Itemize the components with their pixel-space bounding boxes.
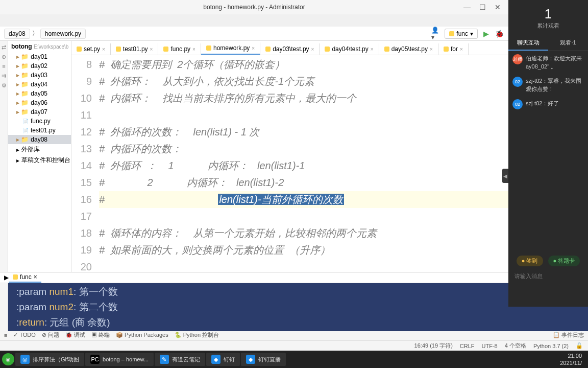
encoding[interactable]: UTF-8 bbox=[482, 343, 498, 349]
maximize-button[interactable]: ☐ bbox=[475, 3, 490, 11]
window-title: botong - homework.py - Administrator bbox=[0, 4, 508, 11]
tree-item-[interactable]: ▸外部库 bbox=[8, 144, 71, 155]
tree-item-day01[interactable]: ▸ 📁day01 bbox=[8, 52, 71, 61]
collapse-icon[interactable]: ⇄ bbox=[2, 44, 6, 51]
panel-collapse-icon[interactable]: ◀ bbox=[502, 169, 508, 183]
tree-label: day04 bbox=[31, 81, 47, 88]
editor-tab[interactable]: homework.py× bbox=[201, 42, 260, 55]
system-clock[interactable]: 21:002021/11/ bbox=[556, 352, 586, 366]
editor-tab[interactable]: for× bbox=[438, 43, 469, 55]
close-icon[interactable]: × bbox=[311, 47, 314, 52]
folder-icon: ▸ 📁 bbox=[16, 72, 29, 79]
gear-icon[interactable]: ⚙ bbox=[2, 82, 7, 89]
avatar: 老师 bbox=[512, 54, 523, 64]
tree-item-day02[interactable]: ▸ 📁day02 bbox=[8, 61, 71, 71]
indent[interactable]: 4 个空格 bbox=[505, 342, 526, 350]
editor-tab[interactable]: set.py× bbox=[71, 43, 111, 55]
status-bar: 16:49 (19 字符) CRLF UTF-8 4 个空格 Python 3.… bbox=[0, 340, 588, 351]
add-icon[interactable]: ⊕ bbox=[2, 54, 6, 60]
tree-item-day04[interactable]: ▸ 📁day04 bbox=[8, 80, 71, 89]
folder-icon: ▸ 📁 bbox=[16, 81, 29, 88]
python-icon bbox=[77, 47, 82, 52]
chat-message: 02szj-t02：覃睿，我来围观你点赞！ bbox=[508, 74, 588, 96]
close-button[interactable]: ✕ bbox=[490, 3, 505, 11]
taskbar-item[interactable]: ◎排序算法（Gif动图 bbox=[15, 353, 84, 366]
close-icon[interactable]: × bbox=[150, 47, 153, 52]
close-icon[interactable]: × bbox=[252, 45, 255, 51]
editor-tab[interactable]: day03\test.py× bbox=[260, 43, 320, 55]
python-file-icon: 📄 bbox=[22, 128, 29, 133]
tree-label: test01.py bbox=[31, 127, 56, 134]
debug-button[interactable]: 🐞 bbox=[494, 29, 504, 39]
close-icon[interactable]: × bbox=[34, 273, 37, 281]
editor-tab[interactable]: test01.py× bbox=[111, 43, 159, 55]
project-panel: botong E:\workspace\b ▸ 📁day01▸ 📁day02▸ … bbox=[8, 41, 71, 272]
toolwin-TODO[interactable]: ✓ TODO bbox=[13, 332, 35, 338]
tree-item-[interactable]: ▸草稿文件和控制台 bbox=[8, 155, 71, 166]
editor-tab[interactable]: day04\test.py× bbox=[320, 43, 379, 55]
tree-label: day03 bbox=[31, 72, 47, 79]
taskbar-item[interactable]: ◆钉钉直播 bbox=[241, 353, 286, 366]
user-icon[interactable]: 👤▾ bbox=[431, 29, 442, 39]
console-output[interactable]: :param num1: 第一个数:param num2: 第二个数:retur… bbox=[8, 283, 588, 331]
tree-item-day08[interactable]: ▸ 📁day08 bbox=[8, 135, 71, 144]
tree-item-day06[interactable]: ▸ 📁day06 bbox=[8, 98, 71, 107]
close-icon[interactable]: × bbox=[192, 47, 195, 52]
toolwin-Python Packages[interactable]: 📦 Python Packages bbox=[116, 332, 168, 338]
taskbar-item[interactable]: ✎有道云笔记 bbox=[155, 353, 205, 366]
tree-item-day07[interactable]: ▸ 📁day07 bbox=[8, 107, 71, 117]
folder-icon: ▸ 📁 bbox=[16, 99, 29, 106]
tree-label: 草稿文件和控制台 bbox=[21, 156, 70, 165]
toolwin-终端[interactable]: ▣ 终端 bbox=[91, 331, 110, 339]
line-separator[interactable]: CRLF bbox=[460, 343, 475, 349]
options-icon[interactable]: ⇉ bbox=[2, 73, 6, 79]
chat-tabs: 聊天互动 观看·1 bbox=[508, 36, 588, 51]
console-tab-func[interactable]: func × bbox=[9, 272, 41, 283]
close-icon[interactable]: × bbox=[371, 47, 374, 52]
tree-item-day05[interactable]: ▸ 📁day05 bbox=[8, 89, 71, 98]
chat-input[interactable]: 请输入消息 bbox=[512, 270, 584, 282]
editor-tab[interactable]: func.py× bbox=[158, 43, 201, 55]
console-tabs: ▶ func × ⚙ — bbox=[0, 272, 588, 283]
console-gutter bbox=[0, 283, 8, 331]
left-toolstrip: ⇄ ⊕ ≡ ⇉ ⚙ bbox=[0, 41, 8, 272]
close-icon[interactable]: × bbox=[430, 47, 433, 52]
chat-message: 02szj-t02：好了 bbox=[508, 96, 588, 112]
tab-chat[interactable]: 聊天互动 bbox=[508, 36, 548, 51]
minimize-button[interactable]: — bbox=[459, 3, 475, 11]
tree-item-test01py[interactable]: 📄test01.py bbox=[8, 126, 71, 135]
app-icon: ◆ bbox=[211, 355, 220, 364]
app-icon: ◆ bbox=[246, 355, 255, 364]
taskbar-item[interactable]: ◆钉钉 bbox=[206, 353, 240, 366]
lock-icon[interactable]: 🔓 bbox=[576, 342, 583, 349]
app-icon: ◎ bbox=[20, 355, 30, 364]
start-button[interactable]: ◉ bbox=[2, 353, 14, 365]
tree-item-day03[interactable]: ▸ 📁day03 bbox=[8, 71, 71, 80]
tab-viewers[interactable]: 观看·1 bbox=[548, 36, 588, 51]
tree-item-funcpy[interactable]: 📄func.py bbox=[8, 117, 71, 126]
event-log[interactable]: 📋 事件日志 bbox=[553, 331, 584, 339]
pill-答题卡[interactable]: ● 答题卡 bbox=[548, 256, 580, 266]
filter-icon[interactable]: ≡ bbox=[2, 63, 5, 70]
crumb-day08[interactable]: day08 bbox=[4, 29, 30, 39]
crumb-file[interactable]: homework.py bbox=[40, 29, 86, 39]
tree-label: day08 bbox=[31, 136, 47, 143]
python-icon bbox=[116, 47, 121, 52]
python-icon bbox=[444, 47, 449, 52]
run-button[interactable]: ▶ bbox=[481, 29, 491, 39]
run-config-dropdown[interactable]: func ▾ bbox=[445, 29, 478, 39]
interpreter[interactable]: Python 3.7 (2) bbox=[533, 343, 569, 349]
project-root[interactable]: botong E:\workspace\b bbox=[8, 41, 71, 52]
tree-label: day02 bbox=[31, 62, 47, 70]
editor-tab[interactable]: day05\test.py× bbox=[379, 43, 438, 55]
close-icon[interactable]: × bbox=[460, 47, 463, 52]
tree-label: day07 bbox=[31, 108, 47, 116]
close-icon[interactable]: × bbox=[102, 47, 105, 52]
pill-签到[interactable]: ● 签到 bbox=[517, 256, 543, 266]
toolwin-Python 控制台[interactable]: 🐍 Python 控制台 bbox=[175, 331, 219, 339]
toolwin-问题[interactable]: ⊘ 问题 bbox=[42, 331, 59, 339]
taskbar-item[interactable]: PCbotong – homew... bbox=[85, 353, 154, 366]
tree-label: day01 bbox=[31, 53, 47, 60]
cursor-position[interactable]: 16:49 (19 字符) bbox=[414, 342, 453, 350]
toolwin-调试[interactable]: 🐞 调试 bbox=[65, 331, 85, 339]
